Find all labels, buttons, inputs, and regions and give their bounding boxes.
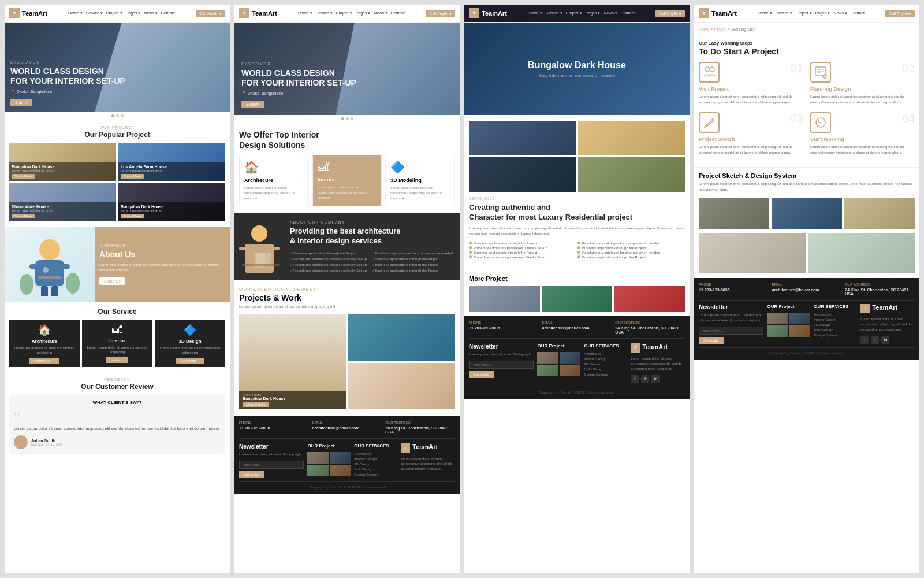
- project-card-1-btn[interactable]: Show More: [12, 174, 35, 179]
- p2-hero-btn[interactable]: Explore: [241, 101, 264, 108]
- service-card-architecture[interactable]: 🏠 Architecure Lorem ipsum dolor sit amet…: [9, 320, 80, 367]
- service-arch-btn[interactable]: Architecture →: [29, 358, 59, 364]
- p3-nav-project[interactable]: Project ▾: [566, 11, 582, 16]
- nav-home[interactable]: Home ▾: [68, 11, 83, 16]
- p4-nav-service[interactable]: Service ▾: [776, 11, 792, 16]
- p3-phone-value: +1 203-123-0636: [469, 326, 539, 330]
- sketch-desc: Lorem ipsum dolor sit amet consectetur a…: [699, 181, 915, 192]
- project-card-3-desc: Lorem ipsum dolor sit amet: [12, 209, 114, 212]
- newsletter-btn[interactable]: Subscribe: [239, 471, 264, 478]
- social-tw[interactable]: t: [641, 375, 649, 383]
- offer-card-interior[interactable]: 🛋 Interior Lorem ipsum dolor sit amet co…: [312, 155, 382, 206]
- p4-nav-project[interactable]: Project ▾: [796, 11, 812, 16]
- nav-contact[interactable]: Contact: [161, 11, 175, 16]
- nav-pages[interactable]: Pages ▾: [126, 11, 141, 16]
- detail-feat-5: Revolutionary cataloges for changes when…: [578, 242, 685, 245]
- hero-dots: [5, 112, 230, 120]
- p4-newsletter-input[interactable]: [699, 327, 763, 335]
- p2-dot-3[interactable]: [351, 117, 353, 120]
- panel1-cta[interactable]: Call Anytime: [196, 10, 225, 17]
- project-sm-2[interactable]: [348, 363, 455, 409]
- project-card-3-btn[interactable]: Show More: [12, 214, 35, 218]
- p4-social-in[interactable]: in: [881, 336, 889, 344]
- panel4-footer: Phone +1 203-123-0636 Email architecture…: [694, 278, 919, 360]
- nav-news[interactable]: News ▾: [144, 11, 157, 16]
- p3-nav-news[interactable]: News ▾: [603, 11, 617, 16]
- breadcrumb-project[interactable]: Project: [714, 27, 727, 31]
- project-sm-1[interactable]: [348, 314, 455, 361]
- panel2-nav-links: Home ▾ Service ▾ Project ▾ Pages ▾ News …: [298, 11, 405, 16]
- detail-feat-3: Business applications through the Projec…: [469, 251, 576, 254]
- project-more-btn[interactable]: More Details: [243, 402, 269, 407]
- service-card-3d[interactable]: 🔷 3D Design Lorem ipsum dolor sit amet c…: [155, 320, 225, 367]
- project-card-4-btn[interactable]: Show More: [121, 214, 144, 218]
- p2-nav-project[interactable]: Project ▾: [336, 11, 352, 16]
- dot-1[interactable]: [111, 114, 114, 117]
- offer-card-3d[interactable]: 🔷 3D Modeling Lorem ipsum dolor sit amet…: [385, 155, 455, 206]
- p3-nav-pages[interactable]: Pages ▾: [586, 11, 601, 16]
- breadcrumb-home[interactable]: Home: [699, 27, 710, 31]
- p4-nav-pages[interactable]: Pages ▾: [815, 11, 830, 16]
- nav-project[interactable]: Project ▾: [106, 11, 122, 16]
- panel2-logo: T TeamArt: [239, 8, 277, 18]
- panel4-cta[interactable]: Call Anytime: [885, 10, 915, 17]
- about-label: To Know More: [99, 243, 225, 247]
- service-card-interior[interactable]: 🛋 Interior Lorem ipsum dolor sit amet co…: [82, 320, 152, 367]
- svg-rect-16: [242, 264, 280, 266]
- project-card-4[interactable]: Bungalow Dark House Lorem ipsum dolor si…: [118, 183, 225, 221]
- dot-3[interactable]: [121, 114, 124, 117]
- p2-dot-1[interactable]: [341, 117, 344, 120]
- p2-contact-address: Our Address 24 King St. Charleston, SC 2…: [385, 421, 455, 435]
- panel3-cta[interactable]: Call Anytime: [655, 10, 685, 17]
- p4-nav-home[interactable]: Home ▾: [758, 11, 772, 16]
- nav-service[interactable]: Service ▾: [86, 11, 103, 16]
- project-card-1[interactable]: Bungalow Dark House Lorem ipsum dolor si…: [9, 143, 116, 181]
- social-fb[interactable]: f: [631, 375, 639, 383]
- more-3[interactable]: [614, 286, 685, 312]
- panel4-nav-links: Home ▾ Service ▾ Project ▾ Pages ▾ News …: [758, 11, 865, 16]
- p3-newsletter-btn[interactable]: Subscribe: [469, 371, 494, 378]
- newsletter-input[interactable]: [239, 461, 304, 469]
- dot-2[interactable]: [116, 114, 119, 117]
- project-card-2-btn[interactable]: Show More: [121, 174, 144, 179]
- p2-nav-contact[interactable]: Contact: [391, 11, 405, 16]
- p3-footer-main: Newsletter Lorem ipsum dolor sit amet. G…: [469, 343, 685, 383]
- p2-nav-news[interactable]: News ▾: [374, 11, 387, 16]
- p3-nav-service[interactable]: Service ▾: [546, 11, 562, 16]
- panel4-logo: T TeamArt: [699, 8, 737, 18]
- project-card-4-title: Bungalow Dark House: [121, 205, 223, 209]
- more-2[interactable]: [542, 286, 613, 312]
- review-box: WHAT CLIENT'S SAY? " Lorem ipsum dolor s…: [9, 395, 225, 454]
- p4-nav-news[interactable]: News ▾: [833, 11, 847, 16]
- detail-title: Creating authentic andCharacter for most…: [469, 203, 685, 223]
- more-1[interactable]: [469, 286, 540, 312]
- p3-nav-home[interactable]: Home ▾: [528, 11, 542, 16]
- service-int-btn[interactable]: Interior →: [106, 357, 128, 363]
- p4-newsletter-btn[interactable]: Subscribe: [699, 337, 724, 344]
- p3-newsletter-title: Newsletter: [469, 343, 534, 350]
- project-card-2[interactable]: Los Angela Farm House Lorem ipsum dolor …: [118, 143, 225, 181]
- project-card-3[interactable]: Dhaka Wave House Lorem ipsum dolor sit a…: [9, 183, 116, 221]
- p3-nav-contact[interactable]: Contact: [621, 11, 635, 16]
- panel2-cta[interactable]: Call Anytime: [426, 10, 455, 17]
- p4-social-tw[interactable]: t: [871, 336, 879, 344]
- p2-dot-2[interactable]: [346, 117, 349, 120]
- offer-card-arch[interactable]: 🏠 Architecure Lorem ipsum dolor sit amet…: [239, 155, 309, 206]
- hero-btn[interactable]: Submit: [10, 99, 32, 106]
- p2-nav-service[interactable]: Service ▾: [316, 11, 333, 16]
- svg-rect-2: [35, 260, 64, 286]
- p3-newsletter-input[interactable]: [469, 361, 534, 369]
- service-3d-btn[interactable]: 3D Design →: [176, 358, 204, 364]
- p4-social-fb[interactable]: f: [860, 336, 869, 344]
- more-title: More Project: [469, 275, 685, 282]
- panel4-logo-text: TeamArt: [711, 10, 737, 17]
- p2-nav-pages[interactable]: Pages ▾: [356, 11, 371, 16]
- about-btn[interactable]: About Us: [99, 277, 125, 285]
- social-in[interactable]: in: [651, 375, 660, 383]
- project-tall-img[interactable]: Architecture Bungalow Dark House More De…: [239, 314, 346, 409]
- panel-2: T TeamArt Home ▾ Service ▾ Project ▾ Pag…: [234, 5, 460, 573]
- p4-nav-contact[interactable]: Contact: [851, 11, 865, 16]
- p2-nav-home[interactable]: Home ▾: [298, 11, 312, 16]
- p4-footer-main: Newsletter Lorem ipsum dolor sit amet. G…: [699, 304, 915, 344]
- review-subtitle: WHAT CLIENT'S SAY?: [14, 400, 221, 405]
